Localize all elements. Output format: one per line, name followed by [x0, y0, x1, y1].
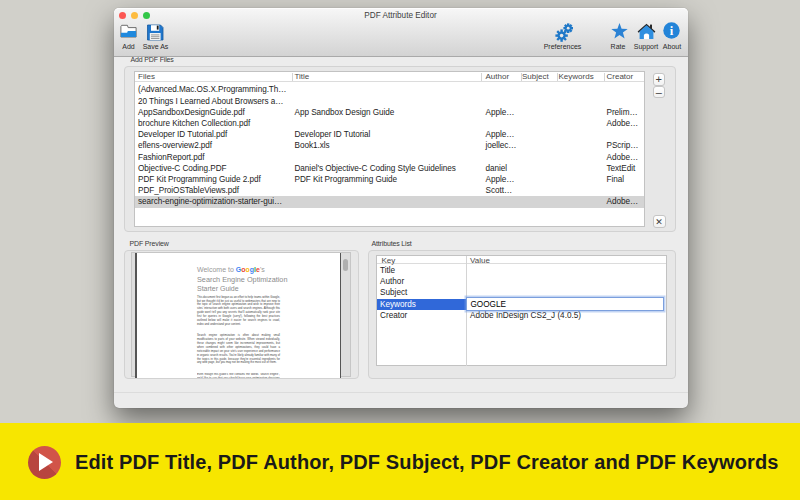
- svg-text:i: i: [670, 24, 674, 38]
